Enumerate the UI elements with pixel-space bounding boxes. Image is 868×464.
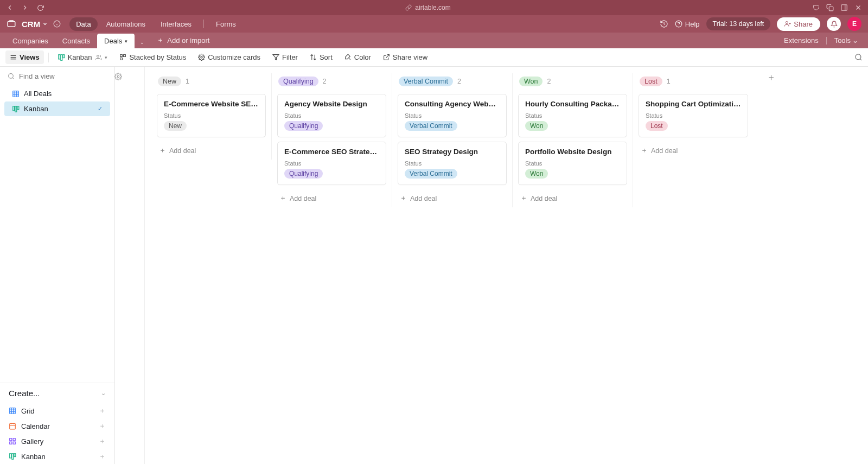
search-icon — [8, 73, 15, 80]
chevron-down-icon: ⌄ — [101, 390, 106, 397]
share-view-label: Share view — [393, 53, 427, 61]
share-button[interactable]: Share — [777, 17, 820, 31]
kanban-card[interactable]: Shopping Cart OptimizationStatusLost — [639, 94, 748, 137]
base-title[interactable]: CRM — [22, 20, 48, 29]
column-header: New1 — [157, 73, 266, 94]
extensions-button[interactable]: Extensions — [780, 35, 823, 46]
count: 1 — [186, 78, 189, 85]
column-header: Lost1 — [639, 73, 748, 94]
filter-button[interactable]: Filter — [268, 50, 302, 64]
sidebar-view-all-deals[interactable]: All Deals — [4, 86, 110, 101]
kanban-card[interactable]: E-Commerce SEO Strategy D...StatusQualif… — [277, 142, 386, 185]
card-title: Portfolio Website Design — [525, 148, 620, 157]
create-grid[interactable]: Grid＋ — [0, 403, 114, 418]
card-title: SEO Strategy Design — [405, 148, 500, 157]
url-text[interactable]: airtable.com — [415, 4, 450, 11]
svg-rect-46 — [13, 438, 15, 441]
add-table-button[interactable]: ＋ Add or import — [150, 32, 216, 48]
status-field-label: Status — [525, 109, 620, 121]
plus-icon: ＋ — [400, 194, 407, 203]
panel-icon[interactable] — [840, 3, 848, 12]
add-deal-button[interactable]: ＋Add deal — [398, 189, 507, 207]
svg-rect-33 — [13, 106, 15, 110]
count: 1 — [667, 78, 671, 85]
tab-companies[interactable]: Companies — [5, 34, 55, 48]
color-button[interactable]: Color — [340, 50, 375, 64]
tools-button[interactable]: Tools ⌄ — [830, 35, 863, 46]
reload-icon[interactable] — [36, 3, 44, 12]
svg-rect-17 — [120, 55, 123, 57]
views-toggle[interactable]: Views — [5, 50, 44, 64]
add-column[interactable]: ＋ — [760, 67, 782, 464]
sidebar: All DealsKanban✓ Create... ⌄ Grid＋Calend… — [0, 67, 115, 464]
card-title: E-Commerce Website SEO an... — [164, 100, 259, 109]
column-header: Won2 — [518, 73, 627, 94]
customize-label: Customize cards — [208, 53, 260, 61]
close-icon[interactable] — [854, 3, 863, 12]
share-view-button[interactable]: Share view — [379, 50, 432, 64]
create-header[interactable]: Create... ⌄ — [0, 383, 114, 403]
svg-rect-19 — [120, 58, 123, 60]
create-kanban[interactable]: Kanban＋ — [0, 449, 114, 464]
forward-icon[interactable] — [21, 3, 29, 12]
shield-icon[interactable]: 🛡︎ — [812, 3, 820, 12]
kanban-card[interactable]: Hourly Consulting PackageStatusWon — [518, 94, 627, 137]
create-gallery[interactable]: Gallery＋ — [0, 434, 114, 449]
back-icon[interactable] — [5, 3, 14, 12]
kanban-card[interactable]: Portfolio Website DesignStatusWon — [518, 142, 627, 185]
create-calendar[interactable]: Calendar＋ — [0, 418, 114, 434]
sidebar-view-kanban[interactable]: Kanban✓ — [4, 101, 110, 116]
svg-rect-28 — [13, 91, 19, 97]
add-deal-button[interactable]: ＋Add deal — [639, 142, 748, 160]
base-icon[interactable] — [7, 19, 16, 29]
kanban-icon — [12, 105, 20, 113]
view-label: All Deals — [24, 90, 52, 98]
svg-point-20 — [201, 56, 202, 58]
view-switcher[interactable]: Kanban ▾ — [53, 50, 112, 64]
trial-pill[interactable]: Trial: 13 days left — [706, 17, 771, 30]
plus-icon: ＋ — [157, 35, 164, 45]
nav-interfaces[interactable]: Interfaces — [154, 17, 198, 31]
add-deal-label: Add deal — [531, 195, 557, 202]
help-button[interactable]: Help — [675, 20, 700, 28]
status-badge: New — [164, 121, 187, 131]
svg-marker-21 — [273, 55, 279, 60]
kanban-card[interactable]: SEO Strategy DesignStatusVerbal Commit — [398, 142, 507, 185]
add-deal-label: Add deal — [410, 195, 437, 202]
views-label: Views — [20, 53, 40, 61]
nav-automations[interactable]: Automations — [100, 17, 152, 31]
grid-icon — [12, 90, 20, 98]
tab-options[interactable]: ⌄ — [135, 36, 150, 48]
kanban-card[interactable]: Consulting Agency Website a...StatusVerb… — [398, 94, 507, 137]
avatar[interactable]: E — [847, 17, 861, 31]
nav-forms[interactable]: Forms — [209, 17, 242, 31]
column-won: Won2Hourly Consulting PackageStatusWonPo… — [513, 73, 633, 207]
stacked-by-button[interactable]: Stacked by Status — [115, 50, 190, 64]
customize-cards-button[interactable]: Customize cards — [194, 50, 265, 64]
add-deal-label: Add deal — [290, 195, 316, 202]
info-icon[interactable] — [53, 20, 61, 28]
history-icon[interactable] — [660, 20, 668, 28]
tools-label: Tools — [834, 36, 851, 45]
sort-button[interactable]: Sort — [305, 50, 337, 64]
svg-rect-18 — [124, 55, 126, 57]
tab-deals[interactable]: Deals ▾ — [97, 34, 135, 48]
kanban-card[interactable]: E-Commerce Website SEO an...StatusNew — [157, 94, 266, 137]
add-deal-button[interactable]: ＋Add deal — [518, 189, 627, 207]
notifications-button[interactable] — [827, 17, 841, 31]
status-badge: Qualifying — [278, 77, 318, 86]
nav-data[interactable]: Data — [69, 17, 97, 31]
kanban-card[interactable]: Agency Website DesignStatusQualifying — [277, 94, 386, 137]
search-records-button[interactable] — [854, 53, 863, 61]
svg-line-22 — [386, 55, 389, 58]
svg-line-26 — [12, 78, 14, 79]
tab-contacts[interactable]: Contacts — [55, 34, 97, 48]
add-deal-button[interactable]: ＋Add deal — [157, 142, 266, 160]
svg-rect-50 — [12, 454, 14, 460]
app-header: CRM Data Automations Interfaces Forms He… — [0, 15, 868, 33]
find-view-input[interactable] — [19, 72, 110, 80]
column-header: Qualifying2 — [277, 73, 386, 94]
add-deal-button[interactable]: ＋Add deal — [277, 189, 386, 207]
copy-icon[interactable] — [826, 3, 834, 12]
svg-point-25 — [9, 74, 14, 79]
